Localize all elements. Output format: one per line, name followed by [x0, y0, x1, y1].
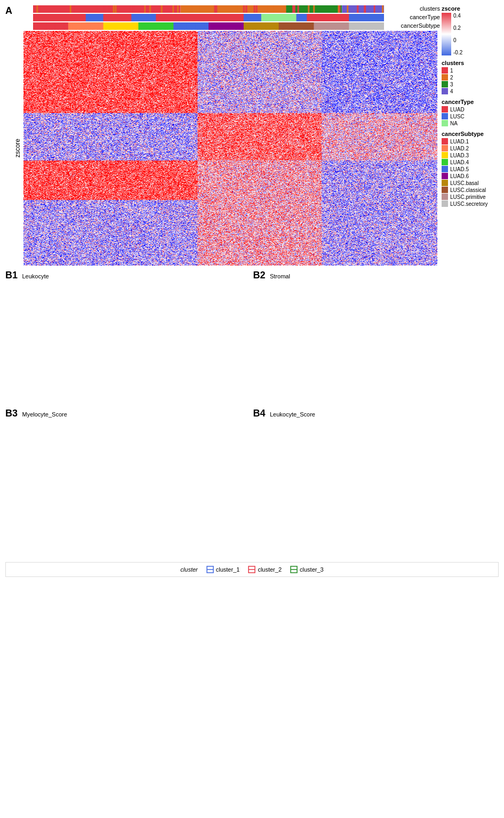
svg-point-1468: [398, 486, 401, 488]
svg-point-878: [82, 511, 84, 514]
svg-point-1611: [453, 506, 455, 508]
svg-point-444: [306, 358, 308, 360]
svg-point-659: [370, 341, 372, 343]
svg-point-1489: [373, 492, 375, 494]
svg-text:****: ****: [347, 302, 355, 308]
svg-point-1404: [382, 485, 384, 487]
svg-point-237: [122, 347, 124, 349]
svg-text:cluster: cluster: [378, 396, 394, 402]
cluster-2-swatch: [442, 74, 448, 81]
svg-point-253: [151, 347, 154, 349]
svg-point-1562: [463, 502, 465, 504]
svg-point-387: [210, 355, 212, 357]
svg-point-1593: [461, 509, 463, 511]
svg-point-1056: [124, 482, 126, 484]
svg-point-1484: [381, 486, 383, 488]
svg-point-1254: [310, 512, 312, 515]
svg-point-1408: [379, 487, 381, 489]
svg-point-129: [66, 357, 68, 359]
svg-point-637: [401, 338, 403, 340]
panel-b4-label: B4: [253, 408, 266, 419]
svg-point-611: [387, 340, 389, 342]
svg-point-1298: [331, 512, 333, 515]
svg-point-1480: [383, 488, 385, 490]
panel-b3-subtitle: Myelocyte_Score: [22, 411, 67, 418]
svg-point-248: [153, 340, 155, 342]
svg-point-36: [58, 358, 60, 360]
svg-text:0.3: 0.3: [274, 358, 281, 364]
svg-point-1491: [372, 486, 374, 488]
svg-text:8: 8: [30, 501, 33, 506]
svg-point-928: [53, 507, 55, 509]
svg-point-1508: [439, 504, 441, 506]
svg-point-650: [371, 336, 373, 339]
svg-point-1036: [120, 486, 122, 488]
svg-point-676: [378, 344, 380, 346]
svg-point-1062: [153, 486, 155, 488]
svg-point-1605: [458, 509, 460, 511]
svg-point-788: [448, 360, 450, 362]
svg-point-1451: [401, 484, 403, 486]
svg-point-1074: [133, 479, 135, 481]
panel-b4: B4 Leukocyte_Score 7.07.58.08.59.0******…: [253, 408, 499, 560]
svg-point-638: [395, 337, 397, 339]
svg-point-393: [219, 356, 221, 358]
svg-text:8.0: 8.0: [274, 485, 281, 490]
svg-point-381: [209, 359, 211, 361]
svg-point-937: [64, 512, 66, 515]
svg-point-251: [122, 341, 124, 343]
svg-point-511: [332, 358, 334, 360]
svg-text:****: ****: [133, 444, 142, 450]
svg-text:****: ****: [347, 442, 355, 447]
svg-point-136: [73, 357, 75, 359]
cluster-1-legend: 1: [442, 67, 499, 74]
svg-text:0.6: 0.6: [26, 339, 33, 344]
legend-cluster1: cluster_1: [206, 566, 240, 573]
cancersubtype-annotation-bar: [33, 22, 384, 30]
svg-text:****: ****: [99, 438, 108, 444]
svg-point-396: [212, 356, 214, 358]
svg-point-42: [63, 356, 66, 358]
svg-point-1603: [456, 509, 458, 511]
svg-point-242: [124, 336, 126, 339]
svg-point-1205: [203, 509, 205, 511]
svg-point-1060: [150, 486, 153, 488]
svg-point-383: [211, 359, 213, 362]
svg-text:0.6: 0.6: [274, 339, 281, 344]
svg-point-942: [75, 515, 77, 517]
svg-point-1360: [304, 512, 306, 515]
na-legend: NA: [442, 120, 499, 126]
svg-point-1186: [190, 509, 192, 511]
svg-point-1567: [465, 504, 467, 506]
svg-text:cluster_1: cluster_1: [59, 391, 78, 397]
svg-point-1061: [142, 485, 145, 487]
svg-point-1194: [200, 510, 202, 512]
svg-point-138: [56, 362, 58, 364]
svg-point-1325: [332, 508, 334, 510]
svg-point-1000: [131, 487, 133, 489]
svg-point-534: [307, 356, 309, 358]
svg-text:Leukocyte_Score: Leukocyte_Score: [254, 467, 260, 508]
svg-point-1033: [121, 491, 123, 493]
svg-point-1081: [126, 492, 128, 494]
svg-text:7.5: 7.5: [274, 508, 281, 514]
svg-point-987: [148, 478, 150, 480]
panel-b1-subtitle: Leukocyte: [22, 273, 49, 279]
svg-point-675: [373, 345, 375, 347]
svg-point-716: [445, 360, 447, 363]
svg-point-594: [379, 341, 381, 343]
svg-point-940: [60, 506, 62, 508]
svg-point-1185: [213, 509, 215, 511]
svg-point-649: [398, 343, 400, 346]
svg-text:Leukocyte: Leukocyte: [7, 328, 13, 353]
svg-point-436: [316, 356, 318, 358]
svg-text:7.0: 7.0: [274, 532, 281, 537]
svg-point-1076: [133, 486, 135, 488]
svg-point-846: [62, 512, 64, 515]
svg-point-791: [458, 359, 460, 362]
svg-point-1204: [200, 506, 202, 508]
svg-point-141: [58, 363, 60, 365]
svg-point-1051: [122, 494, 124, 496]
svg-point-106: [69, 352, 71, 354]
svg-point-547: [320, 363, 322, 365]
